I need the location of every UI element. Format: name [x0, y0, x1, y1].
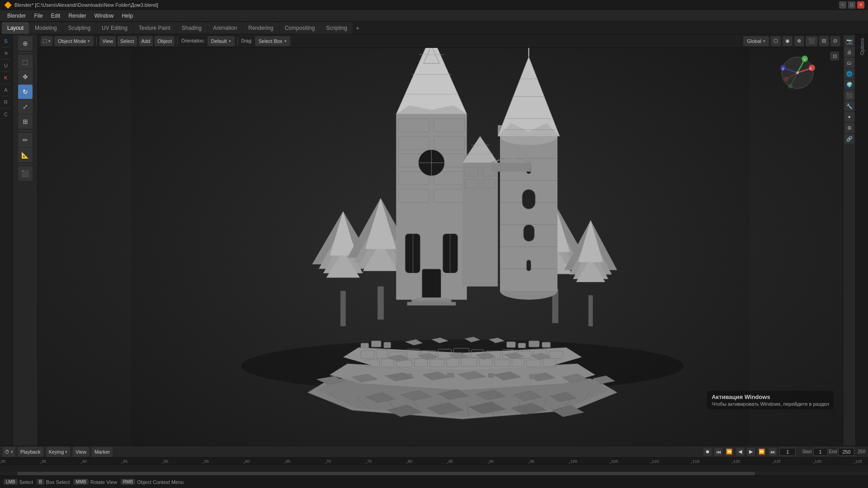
add-workspace-button[interactable]: + [353, 23, 362, 33]
scrollbar-thumb[interactable] [17, 472, 755, 475]
timeline-view-label: View [75, 449, 86, 455]
viewport-maximize-button[interactable]: ⊡ [830, 52, 839, 61]
modifier-properties-icon[interactable]: 🔧 [844, 101, 854, 111]
timeline-track-area[interactable] [0, 465, 868, 472]
object-properties-icon[interactable]: ⬛ [844, 90, 854, 100]
jump-start-button[interactable]: ⏮ [714, 448, 722, 456]
select-tool-button[interactable]: ⬚ [18, 55, 33, 69]
render-properties-icon[interactable]: 📷 [844, 36, 854, 46]
tab-scripting[interactable]: Scripting [321, 22, 353, 34]
add-menu-button[interactable]: Add [139, 36, 153, 46]
outliner-close-icon[interactable]: ✕ [1, 48, 11, 58]
status-box-select: B Box Select [37, 479, 70, 485]
gizmo-toggle-button[interactable]: ⊕ [794, 36, 804, 46]
menu-edit[interactable]: Edit [47, 11, 64, 20]
object-mode-label: Object Mode [58, 38, 86, 44]
options-label: Options [859, 36, 865, 57]
global-label: Global [747, 38, 761, 44]
end-frame-input[interactable] [838, 448, 854, 456]
panel-a-icon[interactable]: A [1, 85, 11, 95]
status-bar: LMB Select B Box Select MMB Rotate View … [0, 475, 868, 488]
tab-shading[interactable]: Shading [176, 22, 207, 34]
play-button[interactable]: ▶ [747, 448, 755, 456]
annotate-tool-button[interactable]: ✏ [18, 133, 33, 147]
panel-r-icon[interactable]: R [1, 97, 11, 107]
context-menu-label: Object Context Menu [137, 479, 184, 485]
start-label: Start [802, 449, 811, 454]
constraints-properties-icon[interactable]: 🔗 [844, 134, 854, 144]
scale-tool-button[interactable]: ⤢ [18, 99, 33, 114]
record-button[interactable]: ⏺ [703, 448, 712, 456]
b-key-icon: B [37, 479, 44, 485]
mmb-icon: MMB [73, 479, 88, 485]
timeline-content[interactable]: 30 35 40 45 50 55 60 65 70 75 [0, 458, 868, 475]
tab-modeling[interactable]: Modeling [29, 22, 62, 34]
timeline-view-button[interactable]: View [73, 447, 89, 457]
svg-rect-176 [406, 374, 412, 378]
tab-sculpting[interactable]: Sculpting [63, 22, 96, 34]
render-properties-button[interactable]: ⬛ [806, 36, 817, 46]
close-button[interactable]: ✕ [857, 1, 864, 9]
menu-file[interactable]: File [30, 11, 46, 20]
add-object-tool-button[interactable]: ⬛ [18, 166, 33, 181]
scene-properties-icon[interactable]: 🌐 [844, 69, 854, 79]
current-frame-input[interactable] [779, 448, 796, 456]
step-back-button[interactable]: ⏪ [725, 448, 733, 456]
move-tool-button[interactable]: ✥ [18, 70, 33, 84]
svg-text:80: 80 [408, 459, 412, 464]
maximize-button[interactable]: □ [848, 1, 855, 9]
scene-panel-icon[interactable]: S [1, 36, 11, 46]
viewport-shading-button[interactable]: ⬡ [771, 36, 781, 46]
tab-compositing[interactable]: Compositing [279, 22, 321, 34]
marker-button[interactable]: Marker [92, 447, 113, 457]
tab-rendering[interactable]: Rendering [243, 22, 278, 34]
physics-properties-icon[interactable]: ⚙ [844, 123, 854, 133]
menu-blender[interactable]: Blender [4, 11, 29, 20]
object-mode-button[interactable]: Object Mode ▾ [54, 36, 94, 46]
rotate-tool-button[interactable]: ↻ [18, 84, 33, 99]
minimize-button[interactable]: − [839, 1, 846, 9]
menu-render[interactable]: Render [65, 11, 90, 20]
tab-layout[interactable]: Layout [2, 22, 29, 34]
tab-texture-paint[interactable]: Texture Paint [133, 22, 176, 34]
end-label: End [829, 449, 837, 454]
tab-uv-editing[interactable]: UV Editing [96, 22, 133, 34]
start-frame-input[interactable] [813, 448, 828, 456]
playback-menu-button[interactable]: Playback [18, 447, 43, 457]
panel-k-icon[interactable]: K [1, 73, 11, 83]
scene-container[interactable]: X Y Z [38, 48, 843, 446]
menu-help[interactable]: Help [118, 11, 137, 20]
measure-tool-button[interactable]: 📐 [18, 148, 33, 162]
jump-end-button[interactable]: ⏭ [769, 448, 777, 456]
view-layer-icon[interactable]: 🗂 [844, 58, 854, 68]
tab-animation[interactable]: Animation [208, 22, 242, 34]
snap-button[interactable]: ⊟ [819, 36, 829, 46]
overlay-button[interactable]: ◉ [783, 36, 793, 46]
select-menu-button[interactable]: Select [118, 36, 137, 46]
timeline-scrollbar[interactable] [0, 472, 868, 475]
global-button[interactable]: Global ▾ [743, 36, 769, 46]
timeline-type-button[interactable]: ⏱▾ [3, 447, 15, 457]
viewport-icon: ⬚ [42, 38, 47, 44]
world-properties-icon[interactable]: 🌍 [844, 80, 854, 89]
particles-properties-icon[interactable]: ✦ [844, 112, 854, 122]
svg-text:65: 65 [286, 459, 290, 464]
navigation-gizmo[interactable]: X Y Z [779, 55, 816, 91]
step-forward-button[interactable]: ⏩ [758, 448, 766, 456]
panel-u-icon[interactable]: U [1, 61, 11, 70]
object-menu-button[interactable]: Object [155, 36, 175, 46]
viewport[interactable]: ⬚ ▾ Object Mode ▾ View Select Add Object… [38, 34, 843, 446]
transform-tool-button[interactable]: ⊞ [18, 114, 33, 129]
menu-window[interactable]: Window [91, 11, 118, 20]
editor-type-button[interactable]: ⬚ ▾ [41, 36, 52, 46]
orientation-button[interactable]: Default ▾ [208, 36, 235, 46]
view-menu-button[interactable]: View [99, 36, 116, 46]
drag-value-button[interactable]: Select Box ▾ [255, 36, 290, 46]
play-reverse-button[interactable]: ◀ [736, 448, 744, 456]
svg-text:90: 90 [489, 459, 494, 464]
output-properties-icon[interactable]: 🖨 [844, 47, 854, 57]
panel-c-icon[interactable]: C [1, 109, 11, 119]
cursor-tool-button[interactable]: ⊕ [18, 36, 33, 51]
proportional-button[interactable]: ⊙ [830, 36, 840, 46]
keying-menu-button[interactable]: Keying ▾ [46, 447, 71, 457]
